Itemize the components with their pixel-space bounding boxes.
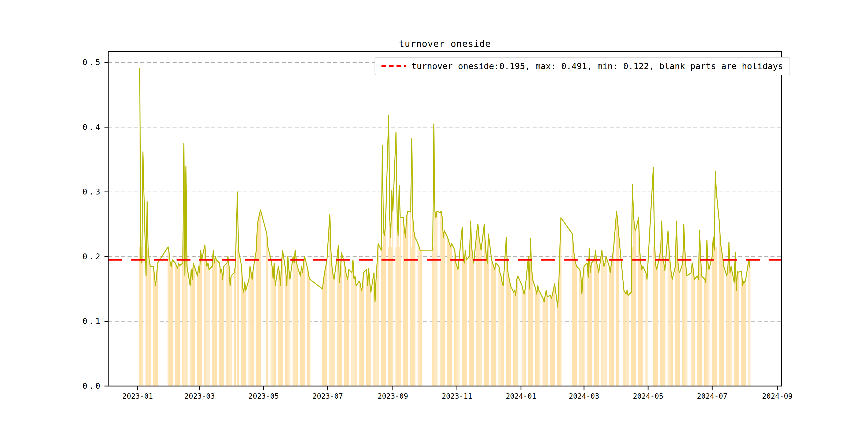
trading-day-bar: [743, 281, 744, 386]
trading-day-bar: [399, 247, 400, 386]
trading-day-bar: [286, 286, 287, 386]
trading-day-bar: [738, 272, 739, 386]
trading-day-bar: [400, 218, 401, 386]
trading-day-bar: [509, 279, 510, 386]
trading-day-bar: [443, 237, 444, 386]
trading-day-bar: [656, 270, 657, 386]
y-tick-label: 0.3: [83, 187, 102, 196]
trading-day-bar: [544, 302, 545, 386]
trading-day-bar: [447, 237, 448, 386]
trading-day-bar: [212, 266, 213, 386]
x-tick-label: 2024-01: [506, 392, 536, 400]
trading-day-bar: [281, 263, 282, 386]
trading-day-bar: [440, 213, 441, 386]
trading-day-bar: [595, 250, 596, 386]
trading-day-bar: [412, 218, 413, 386]
trading-day-bar: [523, 290, 524, 386]
trading-day-bar: [258, 219, 259, 386]
trading-day-bar: [432, 250, 433, 386]
trading-day-bar: [750, 268, 751, 386]
trading-day-bar: [348, 270, 349, 386]
trading-day-bar: [155, 286, 156, 386]
trading-day-bar: [223, 266, 224, 386]
trading-day-bar: [245, 290, 246, 386]
trading-day-bar: [420, 250, 421, 386]
trading-day-bar: [480, 250, 482, 386]
trading-day-bar: [337, 257, 338, 386]
trading-day-bar: [449, 244, 450, 386]
trading-day-bar: [406, 218, 407, 386]
trading-day-bar: [662, 257, 663, 386]
trading-day-bar: [359, 281, 360, 386]
trading-day-bar: [597, 266, 598, 386]
trading-day-bar: [715, 247, 716, 386]
trading-day-bar: [495, 263, 496, 386]
trading-day-bar: [378, 244, 379, 386]
trading-day-bar: [682, 263, 683, 386]
trading-day-bar: [385, 224, 386, 386]
trading-day-bar: [392, 247, 393, 386]
trading-day-bar: [413, 231, 414, 386]
trading-day-bar: [473, 263, 474, 386]
trading-day-bar: [603, 266, 604, 386]
trading-day-bar: [307, 270, 308, 386]
trading-day-bar: [226, 263, 227, 386]
trading-day-bar: [238, 250, 239, 386]
trading-day-bar: [734, 282, 735, 386]
trading-day-bar: [272, 266, 273, 386]
trading-day-bar: [241, 266, 242, 386]
trading-day-bar: [351, 273, 352, 386]
trading-day-bar: [346, 276, 347, 386]
trading-day-bar: [201, 260, 202, 386]
trading-day-bar: [303, 263, 304, 386]
trading-day-bar: [418, 244, 419, 386]
trading-day-bar: [147, 247, 148, 386]
trading-day-bar: [737, 271, 738, 386]
trading-day-bar: [383, 231, 384, 386]
trading-day-bar: [485, 244, 486, 386]
trading-day-bar: [410, 211, 411, 386]
trading-day-bar: [271, 260, 272, 386]
trading-day-bar: [499, 266, 500, 386]
trading-day-bar: [653, 247, 654, 386]
trading-day-bar: [464, 263, 465, 386]
trading-day-bar: [503, 286, 504, 386]
trading-day-bar: [639, 250, 640, 386]
trading-day-bar: [244, 282, 245, 386]
trading-day-bar: [197, 276, 198, 386]
trading-day-bar: [631, 292, 632, 386]
trading-day-bar: [726, 276, 727, 386]
trading-day-bar: [587, 263, 588, 386]
trading-day-bar: [529, 289, 530, 386]
trading-day-bar: [142, 263, 143, 386]
trading-day-bar: [256, 250, 257, 386]
x-tick-label: 2023-01: [122, 392, 153, 400]
trading-day-bar: [492, 263, 493, 386]
trading-day-bar: [668, 231, 669, 386]
trading-day-bar: [280, 286, 281, 386]
trading-day-bar: [611, 263, 612, 386]
trading-day-bar: [610, 273, 611, 386]
trading-day-bar: [257, 224, 258, 386]
trading-day-bar: [345, 271, 346, 386]
trading-day-bar: [524, 294, 525, 386]
trading-day-bar: [472, 257, 473, 386]
trading-day-bar: [227, 257, 228, 386]
trading-day-bar: [454, 250, 456, 386]
trading-day-bar: [484, 224, 485, 386]
trading-day-bar: [170, 266, 172, 386]
y-tick-label: 0.5: [83, 58, 102, 67]
trading-day-bar: [182, 263, 184, 386]
trading-day-bar: [243, 292, 244, 386]
trading-day-bar: [553, 289, 554, 386]
trading-day-bar: [374, 302, 376, 386]
trading-day-bar: [471, 247, 472, 386]
trading-day-bar: [234, 273, 235, 386]
trading-day-bar: [655, 263, 656, 386]
trading-day-bar: [355, 286, 356, 386]
trading-day-bar: [334, 279, 335, 386]
trading-day-bar: [253, 270, 254, 386]
trading-day-bar: [539, 292, 540, 386]
trading-day-bar: [178, 263, 179, 386]
trading-day-bar: [584, 266, 585, 386]
